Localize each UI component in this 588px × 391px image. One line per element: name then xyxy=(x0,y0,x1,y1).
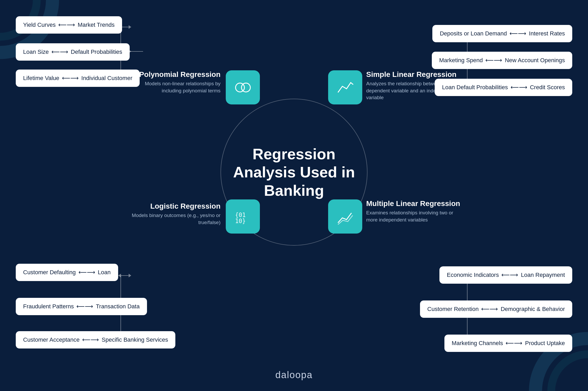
brand-logo: daloopa xyxy=(275,369,313,381)
multiple-linear-icon-box xyxy=(328,199,362,234)
polynomial-label: Polynomial Regression Models non-linear … xyxy=(126,70,220,94)
svg-marker-32 xyxy=(118,274,121,277)
svg-point-46 xyxy=(241,83,250,92)
svg-text:10}: 10} xyxy=(235,217,246,224)
data-box-bl-2: Fraudulent Patterns ⟵⟶ Transaction Data xyxy=(16,298,147,315)
data-box-tr-1: Deposits or Loan Demand ⟵⟶ Interest Rate… xyxy=(432,25,572,42)
multiple-linear-title: Multiple Linear Regression xyxy=(366,199,466,208)
svg-point-3 xyxy=(551,354,588,391)
data-box-br-1: Economic Indicators ⟵⟶ Loan Repayment xyxy=(439,266,572,284)
data-box-bl-3: Customer Acceptance ⟵⟶ Specific Banking … xyxy=(16,331,175,348)
data-box-bl-1: Customer Defaulting ⟵⟶ Loan xyxy=(16,264,118,281)
multiple-linear-desc: Examines relationships involving two or … xyxy=(366,209,466,223)
logistic-label: Logistic Regression Models binary outcom… xyxy=(131,202,220,226)
multiple-linear-label: Multiple Linear Regression Examines rela… xyxy=(366,199,466,223)
polynomial-icon-box xyxy=(226,70,260,104)
data-box-tl-1: Yield Curves ⟵⟶ Market Trends xyxy=(16,16,122,34)
polynomial-title: Polynomial Regression xyxy=(126,70,220,79)
center-title: Regression Analysis Used in Banking xyxy=(233,145,355,199)
logistic-desc: Models binary outcomes (e.g., yes/no or … xyxy=(131,212,220,226)
svg-marker-9 xyxy=(129,25,131,29)
data-box-br-3: Marketing Channels ⟵⟶ Product Uptake xyxy=(444,335,572,352)
data-box-tl-2: Loan Size ⟵⟶ Default Probabilities xyxy=(16,43,130,61)
logistic-title: Logistic Regression xyxy=(131,202,220,210)
center-title-text: Regression Analysis Used in Banking xyxy=(233,145,355,199)
data-box-br-2: Customer Retention ⟵⟶ Demographic & Beha… xyxy=(420,300,572,318)
simple-linear-icon-box xyxy=(328,70,362,104)
svg-marker-29 xyxy=(129,274,131,277)
simple-linear-title: Simple Linear Regression xyxy=(366,70,461,79)
data-box-tr-3: Loan Default Probabilities ⟵⟶ Credit Sco… xyxy=(435,79,572,96)
main-layout: Regression Analysis Used in Banking {01 … xyxy=(0,0,588,391)
data-box-tl-3: Lifetime Value ⟵⟶ Individual Customer xyxy=(16,70,140,87)
data-box-tr-2: Marketing Spend ⟵⟶ New Account Openings xyxy=(432,52,572,69)
logistic-icon-box: {01 10} xyxy=(226,199,260,234)
polynomial-desc: Models non-linear relationships by inclu… xyxy=(126,80,220,94)
